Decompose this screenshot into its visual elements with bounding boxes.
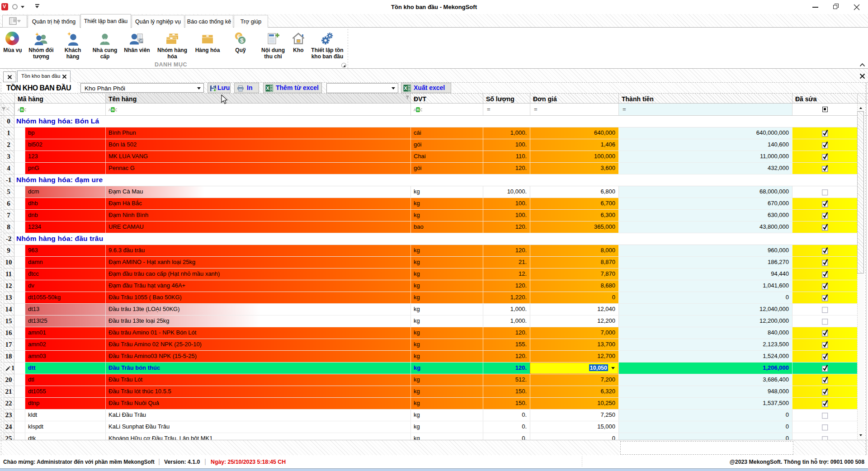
svg-text:A: A	[108, 108, 111, 112]
svg-text:X: X	[266, 85, 270, 91]
svg-text:C: C	[24, 108, 27, 112]
svg-text:$: $	[240, 37, 244, 44]
svg-text:B: B	[111, 107, 114, 112]
svg-text:A: A	[18, 108, 20, 112]
svg-text:B: B	[20, 107, 23, 112]
svg-text:C: C	[420, 108, 423, 112]
svg-text:X: X	[404, 85, 408, 91]
svg-text:A: A	[414, 108, 416, 112]
svg-text:C: C	[115, 108, 118, 112]
svg-text:B: B	[416, 107, 419, 112]
